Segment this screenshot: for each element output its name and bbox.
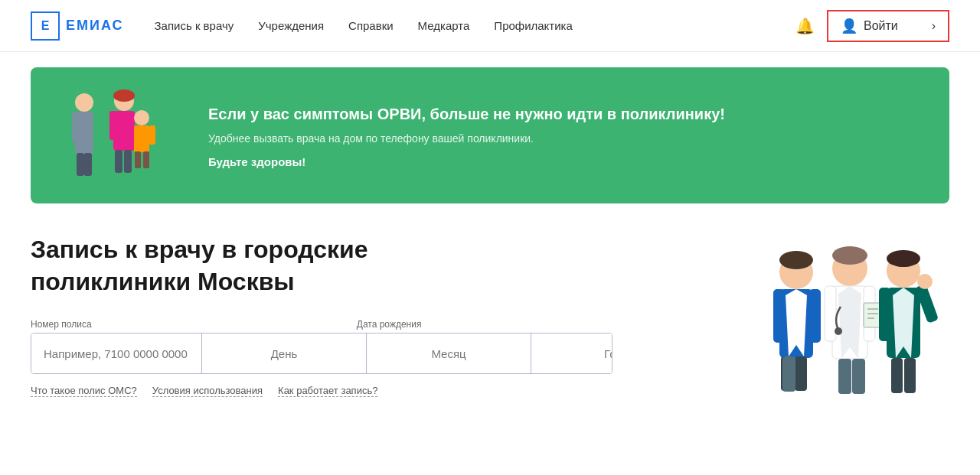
terms-link[interactable]: Условия использования: [152, 385, 263, 397]
header-right: 🔔 👤 Войти ›: [795, 10, 949, 42]
svg-point-42: [887, 250, 920, 267]
svg-rect-32: [825, 286, 836, 341]
doctors-illustration: [750, 226, 949, 425]
page-title: Запись к врачу в городские поликлиники М…: [31, 234, 429, 298]
svg-rect-23: [773, 289, 785, 343]
svg-point-28: [832, 246, 867, 265]
main-section: Запись к врачу в городские поликлиники М…: [0, 219, 980, 456]
user-icon: 👤: [841, 18, 858, 34]
svg-rect-46: [879, 288, 890, 341]
nav-item-prophylaxis[interactable]: Профилактика: [494, 19, 573, 32]
login-label: Войти: [864, 19, 898, 33]
banner-title: Если у вас симптомы ОРВИ, больше не нужн…: [208, 103, 919, 125]
form-links: Что такое полис ОМС? Условия использован…: [31, 385, 612, 397]
logo[interactable]: Е ЕМИАС: [31, 11, 124, 41]
svg-rect-26: [795, 356, 807, 391]
banner-subtitle: Удобнее вызвать врача на дом по телефону…: [208, 132, 919, 145]
svg-rect-38: [782, 356, 795, 392]
nav-item-doctor[interactable]: Запись к врачу: [155, 19, 234, 32]
svg-rect-49: [891, 358, 903, 393]
appointment-form: Номер полиса Дата рождения Записаться Чт…: [31, 319, 612, 397]
dob-label: Дата рождения: [357, 319, 612, 330]
svg-point-13: [134, 110, 149, 125]
svg-rect-17: [143, 151, 149, 168]
main-right: [735, 226, 949, 425]
login-button[interactable]: 👤 Войти ›: [827, 10, 949, 42]
logo-text: ЕМИАС: [66, 18, 124, 34]
svg-point-0: [75, 93, 93, 112]
form-labels: Номер полиса Дата рождения: [31, 319, 612, 330]
svg-rect-12: [124, 150, 132, 173]
svg-rect-5: [84, 153, 92, 176]
polisa-input[interactable]: [31, 333, 201, 373]
main-nav: Запись к врачу Учреждения Справки Медкар…: [155, 19, 796, 32]
svg-point-51: [835, 327, 842, 335]
svg-rect-3: [86, 112, 93, 142]
svg-rect-40: [852, 359, 865, 394]
arrow-right-icon: ›: [932, 19, 936, 33]
year-input[interactable]: [531, 333, 612, 373]
day-input[interactable]: [201, 333, 366, 373]
svg-rect-50: [904, 358, 916, 393]
header: Е ЕМИАС Запись к врачу Учреждения Справк…: [0, 0, 980, 52]
howto-link[interactable]: Как работает запись?: [278, 385, 377, 397]
svg-rect-16: [135, 151, 141, 168]
svg-rect-2: [72, 112, 80, 142]
polisa-label: Номер полиса: [31, 319, 351, 330]
banner: Если у вас симптомы ОРВИ, больше не нужн…: [31, 67, 949, 203]
svg-point-19: [779, 251, 813, 269]
family-illustration: [61, 86, 184, 185]
bell-icon[interactable]: 🔔: [795, 17, 815, 35]
nav-item-certificates[interactable]: Справки: [348, 19, 394, 32]
svg-rect-14: [134, 125, 149, 152]
main-left: Запись к врачу в городские поликлиники М…: [31, 234, 720, 397]
nav-item-medcard[interactable]: Медкарта: [418, 19, 470, 32]
oms-link[interactable]: Что такое полис ОМС?: [31, 385, 137, 397]
nav-item-institutions[interactable]: Учреждения: [258, 19, 324, 32]
month-input[interactable]: [366, 333, 531, 373]
banner-illustration: [61, 86, 184, 185]
svg-rect-11: [115, 150, 122, 173]
svg-rect-4: [77, 153, 84, 176]
logo-icon: Е: [31, 11, 60, 41]
svg-rect-15: [149, 125, 155, 145]
svg-point-7: [113, 89, 135, 102]
banner-footer: Будьте здоровы!: [208, 155, 919, 168]
banner-content: Если у вас симптомы ОРВИ, больше не нужн…: [208, 103, 919, 168]
form-row: Записаться: [31, 333, 612, 374]
svg-rect-9: [109, 111, 117, 140]
svg-rect-10: [125, 111, 132, 140]
svg-rect-39: [838, 359, 851, 394]
svg-rect-24: [809, 289, 821, 343]
svg-point-48: [917, 274, 933, 289]
